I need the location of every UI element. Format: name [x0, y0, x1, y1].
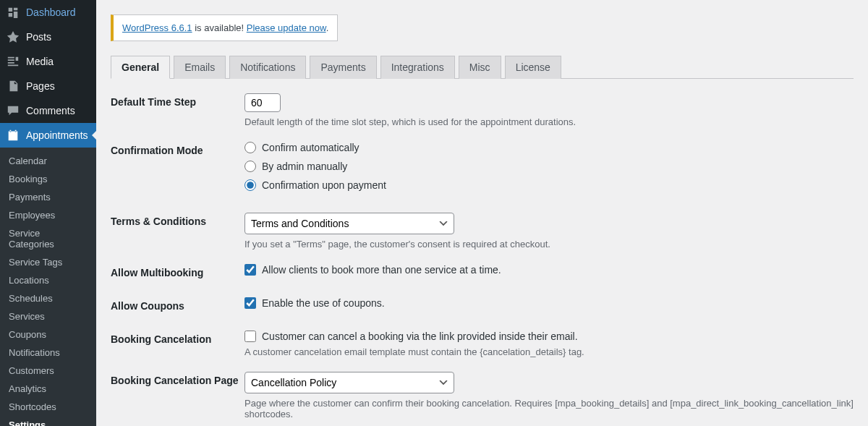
tab-misc[interactable]: Misc: [459, 56, 501, 79]
sidebar-item-label: Posts: [26, 31, 51, 43]
notice-text: is available!: [192, 22, 247, 33]
select-terms[interactable]: Terms and Conditions: [244, 213, 454, 234]
row-confirmation: Confirmation Mode Confirm automatically …: [111, 142, 854, 198]
sidebar-item-label: Dashboard: [26, 7, 76, 18]
checkbox-coupons[interactable]: [244, 297, 256, 309]
tab-integrations[interactable]: Integrations: [380, 56, 455, 79]
sidebar-sub-service-tags[interactable]: Service Tags: [0, 253, 96, 271]
sidebar-sub-calendar[interactable]: Calendar: [0, 152, 96, 170]
sidebar-sub-payments[interactable]: Payments: [0, 188, 96, 206]
admin-sidebar: Dashboard Posts Media Pages Comments App…: [0, 0, 96, 426]
row-time-step: Default Time Step Default length of the …: [111, 93, 854, 127]
tab-payments[interactable]: Payments: [310, 56, 376, 79]
checkbox-cancelation[interactable]: [244, 331, 256, 342]
update-now-link[interactable]: Please update now: [247, 22, 326, 33]
pin-icon: [6, 30, 20, 44]
sidebar-item-appointments[interactable]: Appointments: [0, 123, 96, 148]
sidebar-sub-locations[interactable]: Locations: [0, 271, 96, 289]
tab-emails[interactable]: Emails: [174, 56, 226, 79]
sidebar-item-media[interactable]: Media: [0, 49, 96, 74]
sidebar-item-posts[interactable]: Posts: [0, 25, 96, 49]
desc-cancelation-page: Page where the customer can confirm thei…: [244, 398, 854, 419]
radio-label-confirm-payment[interactable]: Confirmation upon payment: [262, 179, 386, 191]
row-cancelation: Booking Cancelation Customer can cancel …: [111, 331, 854, 357]
sidebar-sub-customers[interactable]: Customers: [0, 362, 96, 380]
row-cancelation-page: Booking Cancelation Page Cancellation Po…: [111, 372, 854, 419]
select-cancelation-page[interactable]: Cancellation Policy: [244, 372, 454, 393]
comments-icon: [6, 103, 20, 118]
desc-cancelation: A customer cancelation email template mu…: [244, 346, 854, 357]
sidebar-sub-shortcodes[interactable]: Shortcodes: [0, 398, 96, 416]
update-notice: WordPress 6.6.1 is available! Please upd…: [111, 14, 338, 41]
row-terms: Terms & Conditions Terms and Conditions …: [111, 213, 854, 250]
label-coupons: Allow Coupons: [111, 297, 244, 312]
label-terms: Terms & Conditions: [111, 213, 244, 227]
calendar-icon: [6, 128, 20, 142]
radio-confirm-payment[interactable]: [244, 179, 256, 191]
tab-general[interactable]: General: [111, 56, 170, 79]
sidebar-sub-employees[interactable]: Employees: [0, 206, 96, 224]
checkbox-multibooking[interactable]: [244, 264, 256, 276]
row-coupons: Allow Coupons Enable the use of coupons.: [111, 297, 854, 316]
sidebar-sub-services[interactable]: Services: [0, 307, 96, 325]
radio-label-confirm-manual[interactable]: By admin manually: [262, 161, 347, 172]
sidebar-submenu: Calendar Bookings Payments Employees Ser…: [0, 148, 96, 426]
tab-license[interactable]: License: [505, 56, 561, 79]
sidebar-sub-analytics[interactable]: Analytics: [0, 380, 96, 398]
sidebar-item-label: Appointments: [26, 129, 88, 141]
sidebar-item-label: Pages: [26, 80, 55, 92]
sidebar-item-pages[interactable]: Pages: [0, 74, 96, 98]
checkbox-label-coupons[interactable]: Enable the use of coupons.: [262, 297, 385, 309]
pages-icon: [6, 79, 20, 93]
input-time-step[interactable]: [244, 93, 281, 112]
row-multibooking: Allow Multibooking Allow clients to book…: [111, 264, 854, 283]
sidebar-item-dashboard[interactable]: Dashboard: [0, 0, 96, 25]
checkbox-label-cancelation[interactable]: Customer can cancel a booking via the li…: [262, 331, 578, 342]
label-multibooking: Allow Multibooking: [111, 264, 244, 278]
label-time-step: Default Time Step: [111, 93, 244, 108]
sidebar-sub-notifications[interactable]: Notifications: [0, 344, 96, 362]
main-content: WordPress 6.6.1 is available! Please upd…: [96, 0, 868, 426]
label-cancelation-page: Booking Cancelation Page: [111, 372, 244, 386]
checkbox-label-multibooking[interactable]: Allow clients to book more than one serv…: [262, 264, 501, 276]
media-icon: [6, 54, 20, 69]
sidebar-sub-service-categories[interactable]: Service Categories: [0, 224, 96, 253]
sidebar-sub-schedules[interactable]: Schedules: [0, 289, 96, 307]
wordpress-version-link[interactable]: WordPress 6.6.1: [122, 22, 192, 33]
sidebar-sub-bookings[interactable]: Bookings: [0, 170, 96, 188]
sidebar-item-label: Media: [26, 56, 54, 67]
desc-time-step: Default length of the time slot step, wh…: [244, 116, 854, 127]
sidebar-sub-coupons[interactable]: Coupons: [0, 325, 96, 344]
radio-confirm-auto[interactable]: [244, 142, 256, 153]
sidebar-sub-settings[interactable]: Settings: [0, 416, 96, 426]
radio-label-confirm-auto[interactable]: Confirm automatically: [262, 142, 359, 153]
radio-confirm-manual[interactable]: [244, 161, 256, 172]
label-cancelation: Booking Cancelation: [111, 331, 244, 345]
settings-tabs: General Emails Notifications Payments In…: [111, 56, 854, 79]
label-confirmation: Confirmation Mode: [111, 142, 244, 156]
desc-terms: If you set a "Terms" page, the customer'…: [244, 239, 854, 250]
tab-notifications[interactable]: Notifications: [229, 56, 306, 79]
sidebar-item-label: Comments: [26, 105, 75, 116]
dashboard-icon: [6, 5, 20, 20]
sidebar-item-comments[interactable]: Comments: [0, 98, 96, 123]
